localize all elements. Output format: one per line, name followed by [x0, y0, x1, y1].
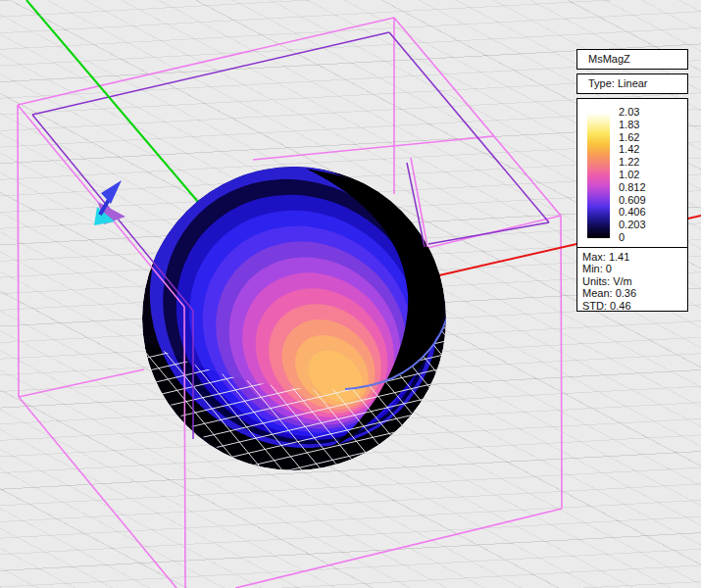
- source-arrow-icon: [94, 180, 125, 225]
- tick-label: 0: [619, 232, 646, 243]
- stat-min: Min: 0: [582, 263, 687, 274]
- tick-label: 0.203: [619, 220, 646, 230]
- tick-label: 1.83: [619, 120, 646, 130]
- tick-label: 1.42: [619, 144, 646, 155]
- tick-label: 0.812: [619, 182, 646, 193]
- stat-units: Units: V/m: [582, 275, 687, 287]
- field-name-label: MsMagZ: [588, 53, 630, 66]
- stat-std: STD: 0.46: [582, 300, 687, 312]
- arrow-head: [101, 180, 122, 204]
- legend-title: MsMagZ: [576, 49, 688, 70]
- tick-label: 1.22: [619, 157, 646, 168]
- legend-scale-type: Type: Linear: [576, 74, 688, 94]
- tick-label: 1.62: [619, 132, 646, 143]
- field-sphere: [63, 105, 569, 522]
- tick-label: 2.03: [619, 107, 646, 118]
- stat-mean: Mean: 0.36: [582, 287, 687, 299]
- stat-max: Max: 1.41: [582, 251, 687, 263]
- tick-label: 0.406: [619, 207, 646, 218]
- legend-panel: MsMagZ Type: Linear 2.03 1.83 1.62 1.42 …: [576, 49, 688, 312]
- colorbar-tick-labels: 2.03 1.83 1.62 1.42 1.22 1.02 0.812 0.60…: [619, 107, 646, 243]
- tick-label: 1.02: [619, 170, 646, 180]
- simulation-app-window: MsMagZ Type: Linear 2.03 1.83 1.62 1.42 …: [0, 0, 701, 588]
- tick-label: 0.609: [619, 195, 646, 206]
- y-axis-line: [26, 0, 198, 202]
- scale-type-label: Type: Linear: [588, 77, 648, 90]
- colorbar-gradient-swatch: [587, 113, 610, 238]
- legend-statistics: Max: 1.41 Min: 0 Units: V/m Mean: 0.36 S…: [576, 247, 688, 312]
- legend-colorbar: 2.03 1.83 1.62 1.42 1.22 1.02 0.812 0.60…: [576, 98, 688, 248]
